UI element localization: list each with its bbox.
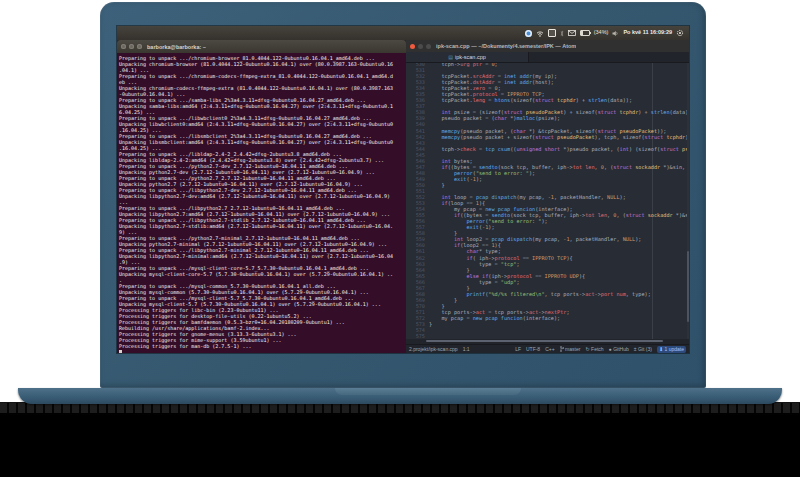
terminal-line: Unpacking mysql-client-core-5.7 (5.7.30-… [119, 271, 406, 277]
maximize-button[interactable] [137, 44, 142, 49]
terminal-window: barborka@barborka: ~ Preparing to unpack… [117, 40, 406, 353]
status-git-branch[interactable]: master [560, 346, 581, 352]
code-pane: 530 tcph->urg_ptr = 0;531532 tcpPacket.s… [406, 63, 689, 339]
status-bar: 2.projekt/ipk-scan.cpp 1:1 LF UTF-8 C++ … [406, 344, 689, 353]
status-encoding[interactable]: UTF-8 [526, 346, 540, 352]
atom-window-title: ipk-scan.cpp — ~/Dokumenty/4.semester/IP… [436, 43, 576, 49]
terminal-titlebar[interactable]: barborka@barborka: ~ [117, 40, 406, 53]
terminal-cursor [119, 350, 122, 353]
close-button[interactable] [410, 44, 415, 49]
terminal-line: Unpacking chromium-browser (81.0.4044.12… [119, 61, 406, 67]
minimize-button[interactable] [418, 44, 423, 49]
battery-icon[interactable] [580, 30, 590, 36]
terminal-title: barborka@barborka: ~ [147, 44, 206, 50]
status-fetch[interactable]: ↻ Fetch [585, 346, 603, 352]
tab-label: ipk-scan.cpp [455, 54, 486, 60]
clock-label[interactable]: Po kvě 11 16:09:29 [623, 30, 672, 36]
status-line-ending[interactable]: LF [515, 346, 521, 352]
github-icon: ● [609, 347, 612, 352]
terminal-line: Preparing to unpack .../chromium-codecs-… [119, 73, 406, 79]
maximize-button[interactable] [426, 44, 431, 49]
panel-indicators: (34%) Po kvě 11 16:09:29 [525, 29, 689, 37]
tab-ipk-scan[interactable]: ▤ ipk-scan.cpp [406, 52, 529, 62]
terminal-line: Unpacking libpython2.7-dev:amd64 (2.7.12… [119, 193, 406, 199]
minimize-button[interactable] [129, 44, 134, 49]
code-editor[interactable]: 530 tcph->urg_ptr = 0;531532 tcpPacket.s… [406, 63, 689, 339]
status-github[interactable]: ● GitHub [609, 346, 629, 352]
status-git-changes[interactable]: ± Git (3) [634, 346, 652, 352]
atom-window: ipk-scan.cpp — ~/Dokumenty/4.semester/IP… [406, 40, 689, 353]
keyboard-indicator-icon[interactable] [548, 29, 556, 37]
laptop-key-row [0, 403, 800, 414]
status-file-path[interactable]: 2.projekt/ipk-scan.cpp [409, 346, 458, 352]
file-icon: ▤ [448, 55, 453, 60]
ubuntu-top-panel: (34%) Po kvě 11 16:09:29 [117, 26, 689, 40]
terminal-line: Unpacking libpython2.7-stdlib:amd64 (2.7… [119, 223, 406, 229]
terminal-output[interactable]: Preparing to unpack .../chromium-browser… [117, 53, 406, 353]
wifi-icon[interactable] [536, 29, 544, 37]
status-language[interactable]: C++ [545, 346, 554, 352]
atom-titlebar[interactable]: ipk-scan.cpp — ~/Dokumenty/4.semester/IP… [406, 40, 689, 52]
status-updates-badge[interactable]: ⬇ 1 update [657, 346, 686, 353]
terminal-line: Unpacking libwbclient0:amd64 (2:4.3.11+d… [119, 121, 406, 127]
update-icon: ⬇ [659, 347, 663, 352]
app-indicator-icon[interactable] [525, 30, 532, 37]
battery-percent-label: (34%) [594, 30, 609, 36]
bluetooth-icon[interactable] [560, 29, 564, 37]
desktop-screen: (34%) Po kvě 11 16:09:29 barborka@barbor… [117, 26, 689, 353]
laptop-hinge-notch [335, 388, 521, 395]
windows-area: barborka@barborka: ~ Preparing to unpack… [117, 40, 689, 353]
diff-icon: ± [634, 347, 637, 352]
terminal-line: Unpacking samba-libs:amd64 (2:4.3.11+dfs… [119, 103, 406, 109]
mail-icon[interactable] [568, 29, 576, 37]
terminal-line: Unpacking libpython2.7-minimal:amd64 (2.… [119, 253, 406, 259]
close-button[interactable] [121, 44, 126, 49]
status-cursor-position[interactable]: 1:1 [463, 346, 470, 352]
editor-scrollbar[interactable] [687, 63, 689, 339]
terminal-line: Unpacking libsmbclient:amd64 (2:4.3.11+d… [119, 139, 406, 145]
laptop-mockup: (34%) Po kvě 11 16:09:29 barborka@barbor… [0, 0, 800, 477]
volume-icon[interactable] [612, 29, 619, 37]
sync-icon: ↻ [585, 347, 589, 352]
tab-bar: ▤ ipk-scan.cpp [406, 52, 689, 63]
horizontal-scrollbar[interactable] [406, 339, 689, 344]
session-gear-icon[interactable] [676, 29, 684, 37]
